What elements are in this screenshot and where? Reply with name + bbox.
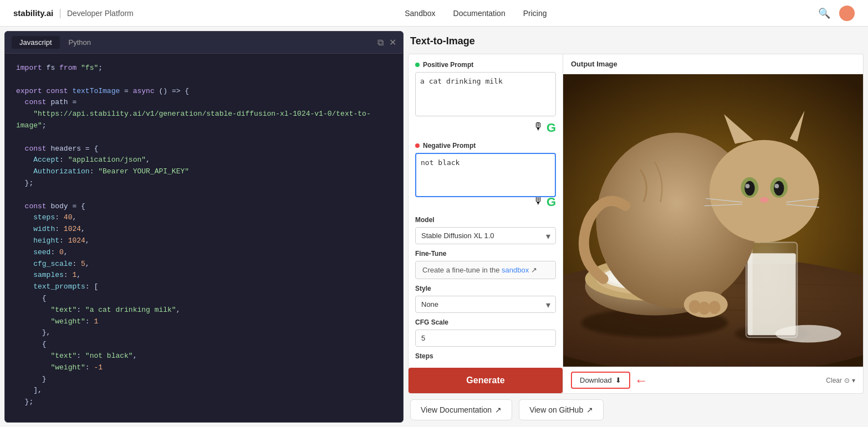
download-area: Download ⬇ ← <box>571 372 648 389</box>
header: stability.ai | Developer Platform Sandbo… <box>0 0 868 27</box>
page-title: Text-to-Image <box>408 31 864 54</box>
negative-prompt-label: Negative Prompt <box>415 142 556 150</box>
clear-icon: ⊙ <box>844 377 850 384</box>
positive-prompt-label: Positive Prompt <box>415 61 556 69</box>
params-scroll: Positive Prompt a cat drinking milk 🎙 G … <box>409 54 563 366</box>
output-footer: Download ⬇ ← Clear ⊙ ▾ <box>563 367 863 393</box>
code-tabs: Javascript Python <box>12 36 99 49</box>
chevron-down-icon: ▾ <box>852 377 855 384</box>
svg-point-30 <box>760 197 769 203</box>
svg-rect-14 <box>748 253 796 335</box>
steps-label: Steps <box>415 352 556 360</box>
external-docs-icon: ↗ <box>495 405 502 414</box>
svg-point-37 <box>698 302 710 315</box>
cfg-scale-input[interactable] <box>415 330 556 347</box>
generate-button[interactable]: Generate <box>409 368 563 393</box>
svg-point-27 <box>774 181 784 196</box>
style-label: Style <box>415 285 556 292</box>
tab-javascript[interactable]: Javascript <box>12 36 60 49</box>
svg-point-29 <box>774 184 779 188</box>
nav-pricing[interactable]: Pricing <box>523 9 547 18</box>
negative-dot <box>415 143 420 148</box>
svg-point-26 <box>744 181 754 196</box>
code-panel-actions: ⧉ ✕ <box>377 37 396 48</box>
output-header: Output Image <box>563 54 863 74</box>
tab-python[interactable]: Python <box>61 36 99 49</box>
sandbox-link[interactable]: sandbox <box>502 266 529 274</box>
params-panel: Positive Prompt a cat drinking milk 🎙 G … <box>408 54 563 394</box>
logo: stability.ai <box>13 8 53 18</box>
nav-sandbox[interactable]: Sandbox <box>405 9 435 18</box>
svg-point-19 <box>709 140 819 243</box>
output-image <box>563 74 863 367</box>
positive-prompt-actions: 🎙 G <box>415 121 556 135</box>
model-select-wrapper: Stable Diffusion XL 1.0 Stable Diffusion… <box>415 227 556 244</box>
code-body: import fs from "fs"; export const textTo… <box>5 54 403 422</box>
nav-documentation[interactable]: Documentation <box>453 9 506 18</box>
download-icon: ⬇ <box>615 376 621 384</box>
view-docs-button[interactable]: View Documentation ↗ <box>410 399 512 420</box>
search-icon[interactable]: 🔍 <box>818 7 830 19</box>
code-panel-header: Javascript Python ⧉ ✕ <box>5 32 403 54</box>
close-icon[interactable]: ✕ <box>389 37 396 48</box>
docs-label: View Documentation <box>421 405 492 414</box>
download-label: Download <box>580 376 612 384</box>
positive-dot <box>415 63 420 67</box>
right-panel: Text-to-Image Positive Prompt a cat drin… <box>408 27 868 427</box>
header-divider: | <box>59 7 62 19</box>
negative-prompt-wrapper: not black <box>415 153 556 199</box>
download-button[interactable]: Download ⬇ <box>571 372 630 389</box>
positive-prompt-input[interactable]: a cat drinking milk <box>415 72 556 116</box>
output-panel: Output Image <box>563 54 864 394</box>
bottom-bar: View Documentation ↗ View on GitHub ↗ <box>408 394 864 423</box>
svg-point-17 <box>775 325 841 343</box>
platform-label: Developer Platform <box>67 9 134 18</box>
copy-icon[interactable]: ⧉ <box>377 38 384 48</box>
grammar-icon[interactable]: G <box>547 121 556 135</box>
style-select[interactable]: None Photographic Digital Art <box>415 296 556 313</box>
clear-label: Clear <box>826 377 842 384</box>
sandbox-area: Positive Prompt a cat drinking milk 🎙 G … <box>408 54 864 394</box>
fine-tune-label: Fine-Tune <box>415 250 556 258</box>
external-link-icon: ↗ <box>531 266 537 274</box>
model-label: Model <box>415 216 556 224</box>
main-content: Javascript Python ⧉ ✕ import fs from "fs… <box>0 27 868 427</box>
main-nav: Sandbox Documentation Pricing <box>405 9 547 18</box>
svg-rect-15 <box>748 253 796 264</box>
header-left: stability.ai | Developer Platform <box>13 7 134 19</box>
arrow-indicator: ← <box>635 373 648 388</box>
negative-prompt-input[interactable]: not black <box>415 153 556 197</box>
github-label: View on GitHub <box>529 405 583 414</box>
audio-icon[interactable]: 🎙 <box>533 121 543 135</box>
user-avatar[interactable] <box>839 6 855 21</box>
style-select-wrapper: None Photographic Digital Art <box>415 296 556 313</box>
code-panel: Javascript Python ⧉ ✕ import fs from "fs… <box>4 31 404 423</box>
svg-point-28 <box>746 184 750 188</box>
external-github-icon: ↗ <box>586 405 593 414</box>
cfg-scale-label: CFG Scale <box>415 318 556 326</box>
output-image-container <box>563 74 863 367</box>
model-select[interactable]: Stable Diffusion XL 1.0 Stable Diffusion… <box>415 227 556 244</box>
header-icons: 🔍 <box>818 6 855 21</box>
clear-button[interactable]: Clear ⊙ ▾ <box>826 377 855 384</box>
svg-point-38 <box>709 301 721 314</box>
fine-tune-box: Create a fine-tune in the sandbox ↗ <box>415 261 556 279</box>
view-github-button[interactable]: View on GitHub ↗ <box>519 399 604 420</box>
